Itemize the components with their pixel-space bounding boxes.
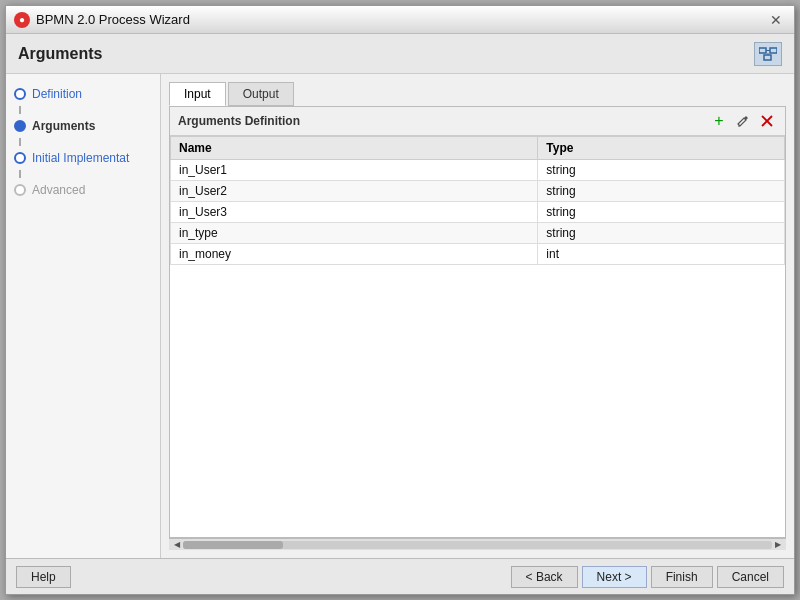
- scrollbar-area: ◀ ▶: [169, 538, 786, 550]
- col-header-name: Name: [171, 137, 538, 160]
- sidebar-label-definition[interactable]: Definition: [32, 87, 82, 101]
- sidebar-item-advanced: Advanced: [6, 178, 160, 202]
- edit-button[interactable]: [733, 111, 753, 131]
- sidebar: Definition Arguments Initial Implementat…: [6, 74, 161, 558]
- main-content: Definition Arguments Initial Implementat…: [6, 74, 794, 558]
- sidebar-label-arguments[interactable]: Arguments: [32, 119, 95, 133]
- panel-content: Arguments Definition +: [169, 106, 786, 538]
- main-window: ● BPMN 2.0 Process Wizard ✕ Arguments De…: [5, 5, 795, 595]
- sidebar-label-advanced: Advanced: [32, 183, 85, 197]
- sidebar-circle-advanced: [14, 184, 26, 196]
- tab-input[interactable]: Input: [169, 82, 226, 106]
- scroll-left-button[interactable]: ◀: [171, 539, 183, 551]
- scrollbar-thumb[interactable]: [183, 541, 283, 549]
- page-title: Arguments: [18, 45, 102, 63]
- close-button[interactable]: ✕: [766, 10, 786, 30]
- add-button[interactable]: +: [709, 111, 729, 131]
- svg-rect-1: [770, 48, 777, 53]
- scroll-right-button[interactable]: ▶: [772, 539, 784, 551]
- window-title: BPMN 2.0 Process Wizard: [36, 12, 190, 27]
- table-row[interactable]: in_typestring: [171, 223, 785, 244]
- back-button[interactable]: < Back: [511, 566, 578, 588]
- table-row[interactable]: in_moneyint: [171, 244, 785, 265]
- footer-left: Help: [16, 566, 71, 588]
- cell-type: string: [538, 160, 785, 181]
- col-header-type: Type: [538, 137, 785, 160]
- sidebar-circle-arguments: [14, 120, 26, 132]
- sidebar-connector-2: [19, 138, 21, 146]
- svg-rect-2: [764, 55, 771, 60]
- cell-type: string: [538, 223, 785, 244]
- title-bar-left: ● BPMN 2.0 Process Wizard: [14, 12, 190, 28]
- cell-name: in_money: [171, 244, 538, 265]
- sidebar-label-initial-impl[interactable]: Initial Implementat: [32, 151, 129, 165]
- sidebar-circle-definition: [14, 88, 26, 100]
- delete-icon: [760, 114, 774, 128]
- scrollbar-track: [183, 541, 772, 549]
- table-row[interactable]: in_User1string: [171, 160, 785, 181]
- delete-button[interactable]: [757, 111, 777, 131]
- right-panel: Input Output Arguments Definition +: [161, 74, 794, 558]
- sidebar-connector-3: [19, 170, 21, 178]
- table-row[interactable]: in_User2string: [171, 181, 785, 202]
- cell-name: in_User3: [171, 202, 538, 223]
- sidebar-item-definition[interactable]: Definition: [6, 82, 160, 106]
- cell-type: string: [538, 202, 785, 223]
- next-button[interactable]: Next >: [582, 566, 647, 588]
- footer-right: < Back Next > Finish Cancel: [511, 566, 784, 588]
- cell-type: int: [538, 244, 785, 265]
- cell-name: in_User2: [171, 181, 538, 202]
- tab-output[interactable]: Output: [228, 82, 294, 106]
- edit-icon: [736, 114, 750, 128]
- svg-rect-0: [759, 48, 766, 53]
- arguments-def-title: Arguments Definition: [178, 114, 300, 128]
- footer: Help < Back Next > Finish Cancel: [6, 558, 794, 594]
- sidebar-connector-1: [19, 106, 21, 114]
- sidebar-item-initial-impl[interactable]: Initial Implementat: [6, 146, 160, 170]
- help-button[interactable]: Help: [16, 566, 71, 588]
- icon-buttons: +: [709, 111, 777, 131]
- header-icon-button[interactable]: [754, 42, 782, 66]
- tabs-container: Input Output: [169, 82, 786, 106]
- arguments-def-header: Arguments Definition +: [170, 107, 785, 136]
- sidebar-circle-initial-impl: [14, 152, 26, 164]
- window-header: Arguments: [6, 34, 794, 74]
- sidebar-item-arguments[interactable]: Arguments: [6, 114, 160, 138]
- cancel-button[interactable]: Cancel: [717, 566, 784, 588]
- cell-name: in_User1: [171, 160, 538, 181]
- arguments-table: Name Type in_User1stringin_User2stringin…: [170, 136, 785, 265]
- app-icon: ●: [14, 12, 30, 28]
- process-icon: [759, 47, 777, 61]
- cell-name: in_type: [171, 223, 538, 244]
- title-bar: ● BPMN 2.0 Process Wizard ✕: [6, 6, 794, 34]
- cell-type: string: [538, 181, 785, 202]
- table-row[interactable]: in_User3string: [171, 202, 785, 223]
- finish-button[interactable]: Finish: [651, 566, 713, 588]
